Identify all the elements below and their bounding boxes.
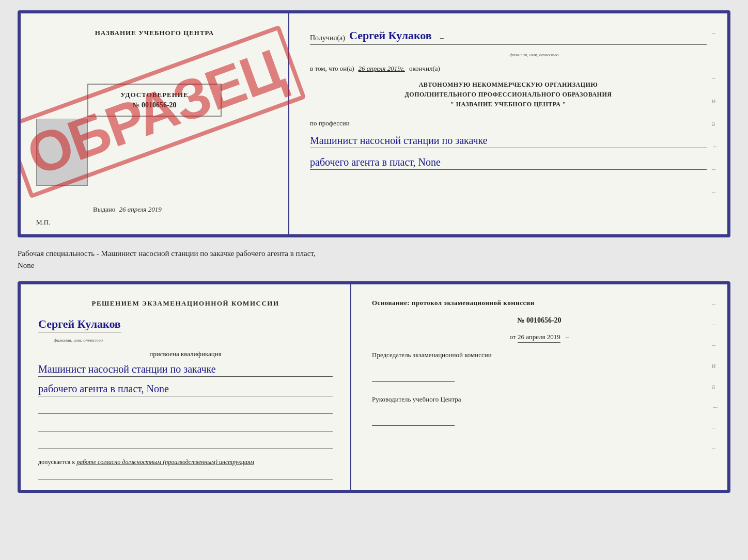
profession-line1: Машинист насосной станции по закачке [310, 135, 707, 148]
rukovod-label: Руководитель учебного Центра [372, 394, 707, 405]
udostoverenie-num: № 0010656-20 [99, 101, 210, 109]
org-line3: " НАЗВАНИЕ УЧЕБНОГО ЦЕНТРА " [310, 100, 707, 109]
recipient-line: Получил(a) Сергей Кулаков – [310, 29, 707, 45]
bottom-certificate: Решением экзаменационной комиссии Сергей… [18, 281, 730, 493]
caption-text: Рабочая специальность - Машинист насосно… [18, 246, 730, 273]
right-dashes: – – – и а ← – – [712, 29, 719, 196]
rukovod-sign-line [372, 413, 455, 426]
profession-line2: рабочего агента в пласт, None [310, 156, 707, 170]
dopuskaetsya-label: допускается к [38, 458, 75, 466]
underline-row-1 [38, 404, 333, 414]
bottom-right-panel: – – – и а ← – – Основание: протокол экза… [351, 284, 727, 490]
mp-label: М.П. [36, 218, 50, 227]
caption-line1: Рабочая специальность - Машинист насосно… [18, 248, 730, 260]
fio-subtitle: фамилия, имя, отчество [362, 52, 707, 57]
bottom-recipient-name: Сергей Кулаков [38, 317, 121, 332]
predsedatel-label: Председатель экзаменационной комиссии [372, 350, 707, 360]
vydano-line: Выдано 26 апреля 2019 [93, 205, 162, 214]
org-block: АВТОНОМНУЮ НЕКОММЕРЧЕСКУЮ ОРГАНИЗАЦИЮ ДО… [310, 80, 707, 110]
caption-line2: None [18, 260, 730, 271]
vydano-date: 26 апреля 2019 [119, 205, 162, 213]
recipient-name: Сергей Кулаков [349, 29, 432, 42]
ot-label: от [510, 333, 518, 341]
udostoverenie-box: УДОСТОВЕРЕНИЕ № 0010656-20 [87, 84, 222, 117]
underline-row-2 [38, 421, 333, 431]
school-name-top: НАЗВАНИЕ УЧЕБНОГО ЦЕНТРА [95, 29, 214, 37]
underline-row-3 [38, 439, 333, 449]
org-line2: ДОПОЛНИТЕЛЬНОГО ПРОФЕССИОНАЛЬНОГО ОБРАЗО… [310, 90, 707, 100]
date-value: 26 апреля 2019г. [359, 65, 405, 73]
vydano-label: Выдано [93, 205, 115, 213]
komissia-title: Решением экзаменационной комиссии [38, 299, 333, 308]
org-line1: АВТОНОМНУЮ НЕКОММЕРЧЕСКУЮ ОРГАНИЗАЦИЮ [310, 80, 707, 90]
protocol-num: № 0010656-20 [372, 316, 707, 325]
dopuskaetsya-line: допускается к работе согласно должностны… [38, 458, 333, 466]
vtom-label: в том, что он(а) [310, 65, 354, 73]
bottom-profession-line1: Машинист насосной станции по закачке [38, 363, 333, 377]
bottom-profession-line2: рабочего агента в пласт, None [38, 383, 333, 396]
bottom-left-panel: Решением экзаменационной комиссии Сергей… [21, 284, 351, 490]
poluchil-label: Получил(a) [310, 34, 345, 42]
predsedatel-sign-line [372, 370, 455, 382]
diploma-right-panel: – – – и а ← – – Получил(a) Сергей Кулако… [289, 13, 727, 234]
diploma-left-panel: НАЗВАНИЕ УЧЕБНОГО ЦЕНТРА ОБРАЗЕЦ УДОСТОВ… [21, 13, 289, 234]
right-dashes-bottom: – – – и а ← – – [712, 300, 719, 453]
osnovanie-title: Основание: протокол экзаменационной коми… [372, 299, 707, 307]
date-line: в том, что он(а) 26 апреля 2019г. окончи… [310, 65, 707, 73]
top-diploma: НАЗВАНИЕ УЧЕБНОГО ЦЕНТРА ОБРАЗЕЦ УДОСТОВ… [18, 10, 730, 237]
photo-placeholder [36, 119, 88, 186]
ot-date: 26 апреля 2019 [518, 333, 560, 343]
underline-bottom-1 [38, 471, 333, 479]
udostoverenie-title: УДОСТОВЕРЕНИЕ [99, 91, 210, 99]
dopuskaetsya-italic: работе согласно должностным (производств… [76, 458, 254, 466]
po-professii-label: по профессии [310, 119, 707, 127]
bottom-fio-subtitle: фамилия, имя, отчество [54, 338, 333, 343]
okonchil-label: окончил(а) [409, 65, 440, 73]
kvali-label: присвоена квалификация [38, 350, 333, 358]
